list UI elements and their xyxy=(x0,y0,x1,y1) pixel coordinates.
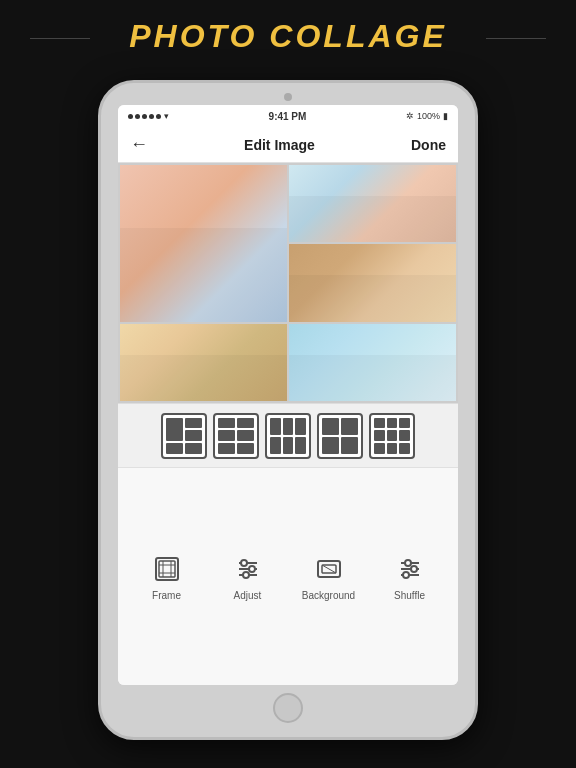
tablet-frame: ▾ 9:41 PM ✲ 100% ▮ ← Edit Image Done xyxy=(98,80,478,740)
signal-dot-4 xyxy=(149,114,154,119)
status-bar: ▾ 9:41 PM ✲ 100% ▮ xyxy=(118,105,458,127)
done-button[interactable]: Done xyxy=(411,137,446,153)
svg-rect-1 xyxy=(159,561,175,577)
status-left: ▾ xyxy=(128,111,169,121)
signal-dot-5 xyxy=(156,114,161,119)
shuffle-icon xyxy=(393,552,427,586)
layout-cell xyxy=(237,430,254,441)
svg-point-18 xyxy=(411,566,417,572)
layout-cell xyxy=(399,430,410,441)
toolbar-item-adjust[interactable]: Adjust xyxy=(218,552,278,601)
frame-label: Frame xyxy=(152,590,181,601)
svg-point-11 xyxy=(243,572,249,578)
layout-cell xyxy=(374,418,385,429)
svg-point-7 xyxy=(241,560,247,566)
layout-option-4[interactable] xyxy=(317,413,363,459)
signal-dot-3 xyxy=(142,114,147,119)
tablet-camera xyxy=(284,93,292,101)
collage-grid xyxy=(118,163,458,403)
svg-point-17 xyxy=(405,560,411,566)
layout-cell xyxy=(387,418,398,429)
signal-dot-1 xyxy=(128,114,133,119)
layout-cell xyxy=(399,443,410,454)
adjust-icon xyxy=(231,552,265,586)
battery-icon: ▮ xyxy=(443,111,448,121)
layout-option-5[interactable] xyxy=(369,413,415,459)
app-title: PHOTO COLLAGE xyxy=(0,18,576,55)
layout-cell xyxy=(218,430,235,441)
layout-cell xyxy=(270,437,281,454)
layout-cell xyxy=(218,443,235,454)
signal-dot-2 xyxy=(135,114,140,119)
layout-cell xyxy=(341,418,358,435)
signal-dots xyxy=(128,114,161,119)
layout-cell xyxy=(185,443,202,454)
photo-cell-4[interactable] xyxy=(120,324,287,401)
shuffle-label: Shuffle xyxy=(394,590,425,601)
nav-title: Edit Image xyxy=(244,137,315,153)
frame-icon xyxy=(150,552,184,586)
layout-cell xyxy=(237,443,254,454)
background-icon xyxy=(312,552,346,586)
layout-cell xyxy=(399,418,410,429)
photo-cell-5[interactable] xyxy=(289,324,456,401)
background-label: Background xyxy=(302,590,355,601)
photo-cell-1[interactable] xyxy=(120,165,287,322)
layout-selector xyxy=(118,403,458,467)
layout-option-3[interactable] xyxy=(265,413,311,459)
svg-point-9 xyxy=(249,566,255,572)
photo-cell-2[interactable] xyxy=(289,165,456,242)
layout-cell xyxy=(283,437,294,454)
layout-cell xyxy=(295,437,306,454)
toolbar-item-frame[interactable]: Frame xyxy=(137,552,197,601)
layout-cell xyxy=(387,443,398,454)
layout-cell xyxy=(185,418,202,429)
layout-cell xyxy=(218,418,235,429)
layout-cell xyxy=(387,430,398,441)
layout-cell xyxy=(237,418,254,429)
layout-cell xyxy=(283,418,294,435)
bluetooth-icon: ✲ xyxy=(406,111,414,121)
layout-cell xyxy=(185,430,202,441)
tablet-screen: ▾ 9:41 PM ✲ 100% ▮ ← Edit Image Done xyxy=(118,105,458,685)
back-button[interactable]: ← xyxy=(130,134,148,155)
battery-label: 100% xyxy=(417,111,440,121)
layout-cell xyxy=(270,418,281,435)
layout-cell xyxy=(295,418,306,435)
svg-point-19 xyxy=(403,572,409,578)
layout-cell xyxy=(374,430,385,441)
status-right: ✲ 100% ▮ xyxy=(406,111,448,121)
layout-option-1[interactable] xyxy=(161,413,207,459)
layout-cell xyxy=(322,437,339,454)
wifi-icon: ▾ xyxy=(164,111,169,121)
layout-cell xyxy=(341,437,358,454)
photo-cell-3[interactable] xyxy=(289,244,456,321)
layout-cell xyxy=(374,443,385,454)
toolbar-item-background[interactable]: Background xyxy=(299,552,359,601)
layout-option-2[interactable] xyxy=(213,413,259,459)
tablet-home-button[interactable] xyxy=(273,693,303,723)
bottom-toolbar: Frame Adjust xyxy=(118,467,458,685)
layout-cell xyxy=(166,418,183,441)
layout-cell xyxy=(166,443,183,454)
layout-cell xyxy=(322,418,339,435)
status-time: 9:41 PM xyxy=(269,111,307,122)
toolbar-item-shuffle[interactable]: Shuffle xyxy=(380,552,440,601)
adjust-label: Adjust xyxy=(234,590,262,601)
nav-bar: ← Edit Image Done xyxy=(118,127,458,163)
